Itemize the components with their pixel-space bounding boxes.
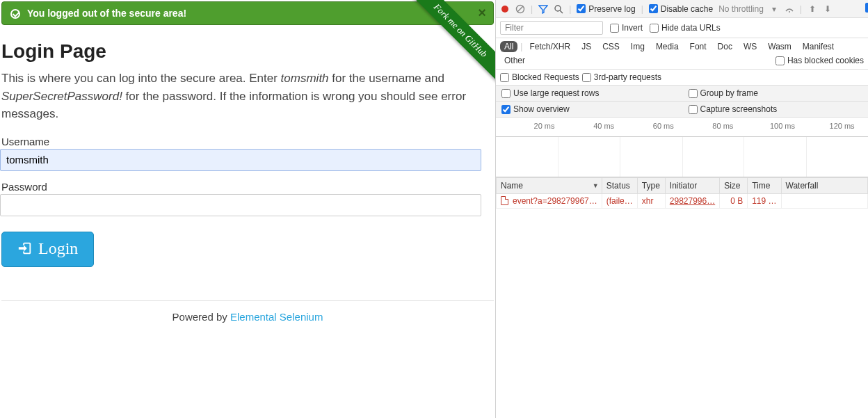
filter-icon[interactable] (538, 4, 548, 14)
type-manifest[interactable]: Manifest (798, 41, 838, 52)
svg-line-4 (560, 10, 563, 13)
search-icon[interactable] (554, 4, 563, 14)
check-circle-icon (10, 9, 20, 19)
type-fetchxhr[interactable]: Fetch/XHR (525, 41, 574, 52)
password-label: Password (1, 181, 495, 193)
file-icon (501, 196, 508, 205)
invert-checkbox[interactable]: Invert (610, 23, 643, 33)
show-overview-checkbox[interactable]: Show overview (501, 104, 676, 114)
type-ws[interactable]: WS (739, 41, 761, 52)
throttling-select[interactable]: No throttling (718, 4, 764, 14)
divider (1, 300, 494, 301)
sort-desc-icon: ▼ (593, 182, 599, 189)
col-waterfall[interactable]: Waterfall (781, 178, 867, 194)
footer: Powered by Elemental Selenium (0, 311, 495, 323)
svg-point-3 (555, 6, 561, 11)
footer-link[interactable]: Elemental Selenium (230, 311, 323, 323)
type-wasm[interactable]: Wasm (764, 41, 796, 52)
login-button-label: Login (38, 239, 78, 258)
devtools-toolbar: | | Preserve log | Disable cache No thro… (496, 0, 868, 18)
type-css[interactable]: CSS (598, 41, 624, 52)
has-blocked-cookies-checkbox[interactable]: Has blocked cookies (775, 56, 864, 65)
type-other[interactable]: Other (500, 55, 529, 66)
col-initiator[interactable]: Initiator (665, 178, 719, 194)
filter-row: Invert Hide data URLs (496, 18, 868, 38)
col-size[interactable]: Size (720, 178, 748, 194)
type-media[interactable]: Media (652, 41, 683, 52)
sign-in-icon (17, 241, 33, 256)
hide-data-urls-checkbox[interactable]: Hide data URLs (650, 23, 721, 33)
col-status[interactable]: Status (602, 178, 637, 194)
group-by-frame-checkbox[interactable]: Group by frame (689, 88, 863, 98)
view-options-row2: Show overview Capture screenshots (496, 102, 868, 118)
upload-icon[interactable]: ⬆ (807, 4, 817, 14)
blocked-requests-checkbox[interactable]: Blocked Requests (500, 72, 579, 82)
type-font[interactable]: Font (686, 41, 711, 52)
table-row[interactable]: event?a=298279967… (faile… xhr 29827996…… (497, 194, 868, 209)
flash-message: You logged out of the secure area! (27, 8, 186, 19)
timeline-overview[interactable] (496, 137, 868, 177)
clear-icon[interactable] (515, 4, 525, 14)
preserve-log-checkbox[interactable]: Preserve log (577, 4, 635, 14)
svg-line-2 (517, 6, 523, 12)
type-doc[interactable]: Doc (714, 41, 737, 52)
view-options-row1: Use large request rows Group by frame (496, 86, 868, 102)
use-large-rows-checkbox[interactable]: Use large request rows (501, 88, 676, 98)
devtools-panel: | | Preserve log | Disable cache No thro… (495, 0, 868, 418)
capture-screenshots-checkbox[interactable]: Capture screenshots (689, 104, 863, 114)
record-icon[interactable] (500, 4, 510, 14)
col-time[interactable]: Time (748, 178, 781, 194)
network-conditions-icon[interactable] (785, 4, 794, 14)
login-button[interactable]: Login (1, 232, 94, 267)
third-party-checkbox[interactable]: 3rd-party requests (582, 72, 661, 82)
col-name[interactable]: Name▼ (497, 178, 602, 194)
disable-cache-checkbox[interactable]: Disable cache (649, 4, 713, 14)
filter-input[interactable] (500, 21, 603, 35)
timeline-ruler[interactable]: 20 ms 40 ms 60 ms 80 ms 100 ms 120 ms (496, 118, 868, 137)
github-ribbon[interactable]: Fork me on GitHub (412, 0, 495, 83)
type-filter-row: All | Fetch/XHR JS CSS Img Media Font Do… (496, 38, 868, 70)
login-form: Username Password Login (0, 136, 495, 267)
waterfall-cell (781, 194, 867, 209)
col-type[interactable]: Type (637, 178, 665, 194)
password-input[interactable] (0, 194, 481, 216)
github-ribbon-text: Fork me on GitHub (412, 0, 495, 83)
type-js[interactable]: JS (577, 41, 595, 52)
chevron-down-icon[interactable]: ▾ (769, 4, 779, 14)
initiator-link[interactable]: 29827996… (670, 196, 715, 206)
blocked-row: Blocked Requests 3rd-party requests (496, 70, 868, 86)
type-img[interactable]: Img (627, 41, 649, 52)
download-icon[interactable]: ⬇ (823, 4, 833, 14)
username-label: Username (1, 136, 495, 147)
svg-point-0 (501, 6, 508, 13)
network-table: Name▼ Status Type Initiator Size Time Wa… (496, 177, 868, 209)
username-input[interactable] (0, 149, 481, 171)
dock-indicator (865, 3, 868, 13)
svg-point-5 (789, 11, 790, 13)
type-all[interactable]: All (500, 41, 517, 52)
